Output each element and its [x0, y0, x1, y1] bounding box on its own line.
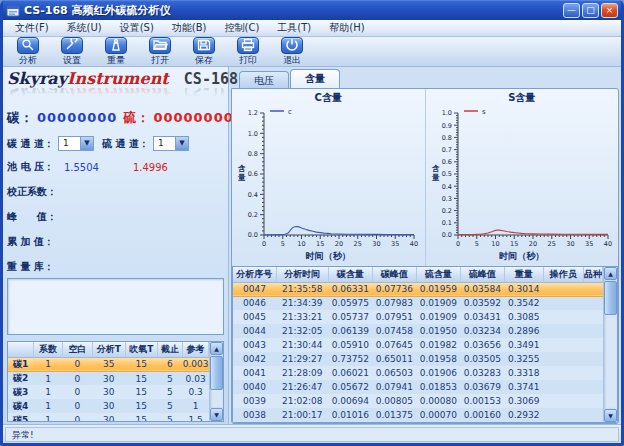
column-header[interactable]: 碳含量 — [328, 267, 372, 282]
table-row[interactable]: 碳210301550.03 — [8, 371, 209, 385]
table-cell — [584, 338, 603, 352]
column-header[interactable] — [8, 342, 33, 357]
svg-text:0.3: 0.3 — [441, 195, 451, 203]
table-row[interactable]: 碳410301551 — [8, 399, 209, 413]
svg-text:c: c — [288, 108, 292, 116]
table-cell: 0.01950 — [416, 324, 460, 338]
table-row[interactable]: 碳310301550.3 — [8, 385, 209, 399]
carbon-channel-select[interactable]: 1 ▼ — [58, 136, 94, 151]
toolbar-exit-button[interactable]: 退出 — [275, 37, 309, 67]
maximize-button[interactable]: □ — [582, 3, 599, 18]
toolbar-open-button[interactable]: 打开 — [143, 37, 177, 67]
column-header[interactable]: 截止 — [157, 342, 183, 357]
menu-tools[interactable]: 工具(T) — [269, 20, 319, 36]
column-header[interactable]: 参考 — [183, 342, 209, 357]
table-cell: 0.06331 — [328, 282, 372, 296]
table-cell: 21:02:08 — [276, 394, 328, 408]
sulfur-channel-select[interactable]: 1 ▼ — [153, 136, 189, 151]
menu-settings[interactable]: 设置(S) — [112, 20, 162, 36]
scroll-up-icon[interactable]: ▲ — [604, 267, 617, 280]
toolbar-save-button[interactable]: 保存 — [187, 37, 221, 67]
column-header[interactable]: 重量 — [504, 267, 543, 282]
table-cell: 0.65011 — [372, 352, 416, 366]
table-row[interactable]: 碳110351560.003 — [8, 357, 209, 371]
column-header[interactable]: 硫峰值 — [460, 267, 504, 282]
table-cell — [584, 282, 603, 296]
tab-content[interactable]: 含量 — [290, 69, 340, 88]
table-cell — [543, 352, 583, 366]
table-cell — [543, 366, 583, 380]
params-scrollbar[interactable]: ▲ ▼ — [209, 342, 223, 421]
analysis-results-table[interactable]: 分析序号分析时间碳含量碳峰值硫含量硫峰值重量操作员品种004721:35:580… — [233, 267, 603, 422]
table-row[interactable]: 003921:02:080.006940.008050.000800.00153… — [233, 394, 603, 408]
analyze-icon — [17, 37, 39, 54]
table-cell: 碳3 — [8, 385, 33, 399]
table-row[interactable]: 004121:28:090.060210.065030.019060.03283… — [233, 366, 603, 380]
column-header[interactable]: 分析T — [92, 342, 125, 357]
table-cell — [584, 352, 603, 366]
table-cell: 0.01958 — [416, 352, 460, 366]
table-cell — [543, 296, 583, 310]
column-header[interactable]: 分析时间 — [276, 267, 328, 282]
table-row[interactable]: 003821:00:170.010160.013750.000700.00160… — [233, 408, 603, 422]
toolbar-settings-button[interactable]: 设置 — [55, 37, 89, 67]
menu-function[interactable]: 功能(B) — [164, 20, 215, 36]
column-header[interactable]: 品种 — [584, 267, 603, 282]
column-header[interactable]: 碳峰值 — [372, 267, 416, 282]
toolbar-weight-button[interactable]: 重量 — [99, 37, 133, 67]
table-cell: 0.00805 — [372, 394, 416, 408]
exit-icon — [281, 37, 303, 54]
scroll-down-icon[interactable]: ▼ — [210, 408, 223, 421]
svg-text:0: 0 — [262, 240, 266, 248]
toolbar-analyze-button[interactable]: 分析 — [11, 37, 45, 67]
readout-row: 碳： 00000000 硫： 00000000 — [7, 109, 224, 127]
table-row[interactable]: 碳510301551.5 — [8, 413, 209, 422]
table-row[interactable]: 004521:33:210.057370.079510.019090.03431… — [233, 310, 603, 324]
chevron-down-icon[interactable]: ▼ — [80, 137, 93, 150]
column-header[interactable]: 硫含量 — [416, 267, 460, 282]
menu-system[interactable]: 系统(U) — [59, 20, 110, 36]
table-cell: 0.01959 — [416, 282, 460, 296]
table-cell: 35 — [92, 357, 125, 371]
table-cell: 0.01909 — [416, 310, 460, 324]
column-header[interactable]: 空白 — [63, 342, 92, 357]
results-scrollbar[interactable]: ▲ ▼ — [603, 267, 617, 422]
table-cell: 0046 — [233, 296, 276, 310]
table-row[interactable]: 004421:32:050.061390.074580.019500.03234… — [233, 324, 603, 338]
table-cell: 0.73752 — [328, 352, 372, 366]
column-header[interactable]: 系数 — [33, 342, 62, 357]
table-row[interactable]: 004221:29:270.737520.650110.019580.03505… — [233, 352, 603, 366]
menu-file[interactable]: 文件(F) — [7, 20, 57, 36]
table-cell: 0.06021 — [328, 366, 372, 380]
scroll-thumb[interactable] — [604, 281, 617, 315]
analysis-params-table[interactable]: 系数空白分析T吹氧T截止参考碳110351560.003碳210301550.0… — [8, 342, 209, 422]
column-header[interactable]: 分析序号 — [233, 267, 276, 282]
table-cell: 1 — [33, 413, 62, 422]
table-cell — [543, 282, 583, 296]
menu-help[interactable]: 帮助(H) — [321, 20, 372, 36]
scroll-thumb[interactable] — [210, 356, 223, 390]
table-cell: 5 — [157, 385, 183, 399]
scroll-down-icon[interactable]: ▼ — [604, 409, 617, 422]
table-row[interactable]: 004721:35:580.063310.077360.019590.03584… — [233, 282, 603, 296]
column-header[interactable]: 吹氧T — [126, 342, 158, 357]
scroll-up-icon[interactable]: ▲ — [210, 342, 223, 355]
weight-library-listbox[interactable] — [7, 278, 224, 335]
chevron-down-icon[interactable]: ▼ — [175, 137, 188, 150]
toolbar-print-button[interactable]: 打印 — [231, 37, 265, 67]
close-button[interactable]: × — [601, 3, 618, 18]
svg-text:30: 30 — [566, 240, 574, 248]
menu-control[interactable]: 控制(C) — [217, 20, 268, 36]
table-cell: 0.3069 — [504, 394, 543, 408]
table-row[interactable]: 004321:30:440.059100.076450.019820.03656… — [233, 338, 603, 352]
table-cell: 5 — [157, 413, 183, 422]
column-header[interactable]: 操作员 — [543, 267, 583, 282]
channel-row: 碳 通 道： 1 ▼ 硫 通 道： 1 ▼ — [7, 136, 224, 151]
tab-voltage[interactable]: 电压 — [239, 71, 289, 88]
table-cell: 30 — [92, 399, 125, 413]
minimize-button[interactable]: — — [563, 3, 580, 18]
table-row[interactable]: 004021:26:470.056720.079410.018530.03679… — [233, 380, 603, 394]
table-cell: 0 — [63, 385, 92, 399]
table-row[interactable]: 004621:34:390.059750.079830.019090.03592… — [233, 296, 603, 310]
title-bar[interactable]: CS-168 高频红外碳硫分析仪 — □ × — [3, 0, 621, 20]
